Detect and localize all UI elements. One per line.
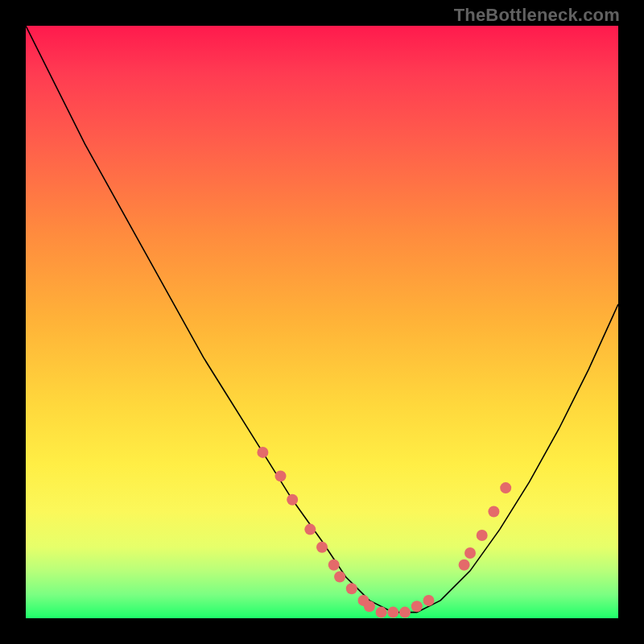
scatter-point — [346, 583, 357, 594]
scatter-point — [257, 447, 268, 458]
scatter-point — [477, 530, 488, 541]
scatter-point — [328, 559, 340, 571]
scatter-point — [376, 607, 387, 618]
scatter-point — [275, 470, 287, 481]
scatter-point — [459, 559, 470, 571]
scatter-point — [287, 494, 298, 506]
plot-area — [26, 26, 618, 618]
scatter-point — [464, 547, 476, 559]
scatter-point — [304, 524, 316, 535]
watermark-text: TheBottleneck.com — [454, 5, 620, 26]
scatter-point — [334, 572, 345, 583]
scatter-point — [399, 607, 411, 618]
chart-stage: TheBottleneck.com — [0, 0, 644, 644]
chart-svg — [26, 26, 618, 618]
scatter-point — [364, 601, 375, 612]
scatter-point — [411, 601, 423, 612]
scatter-point — [488, 506, 499, 518]
scatter-point — [387, 607, 398, 618]
scatter-point — [500, 482, 511, 493]
scatter-highlight — [257, 447, 511, 618]
bottleneck-curve — [26, 26, 618, 613]
scatter-point — [423, 595, 435, 606]
scatter-point — [316, 542, 328, 553]
